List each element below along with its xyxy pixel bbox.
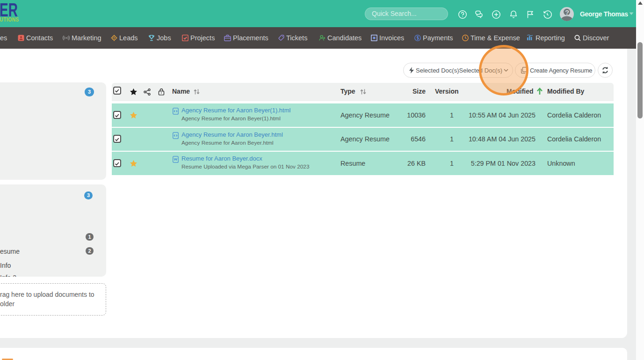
svg-text:?: ?	[565, 8, 569, 16]
